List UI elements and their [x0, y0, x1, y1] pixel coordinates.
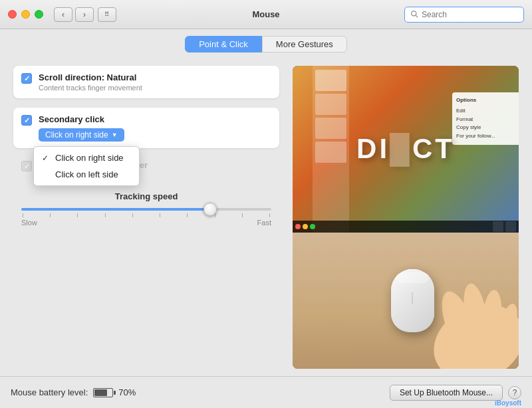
battery-icon [93, 388, 113, 397]
tracking-label: Tracking speed [21, 191, 271, 201]
search-input[interactable] [422, 10, 518, 19]
disabled-checkbox[interactable]: ✓ [21, 161, 32, 171]
traffic-lights [8, 10, 43, 19]
window-title: Mouse [252, 9, 279, 19]
preview-screen: Options Edit Format Copy style For your … [293, 66, 519, 233]
bottom-right: Set Up Bluetooth Mouse... ? [390, 385, 521, 401]
nav-buttons: ‹ › [54, 7, 94, 22]
back-button[interactable]: ‹ [54, 7, 72, 22]
scroll-direction-title: Scroll direction: Natural [39, 72, 271, 82]
scroll-direction-checkbox[interactable]: ✓ [21, 73, 32, 84]
secondary-click-row: ✓ Secondary click Click on right side ▼ … [13, 108, 279, 148]
battery-fill [94, 389, 106, 396]
iboysoft-brand: iBoysoft [495, 399, 521, 407]
grid-button[interactable]: ⠿ [98, 7, 116, 22]
bluetooth-setup-button[interactable]: Set Up Bluetooth Mouse... [390, 385, 503, 401]
tab-point-click[interactable]: Point & Click [185, 36, 262, 52]
tick-2 [50, 213, 51, 217]
slow-label: Slow [21, 219, 37, 227]
check-icon: ✓ [24, 74, 30, 83]
unselected-check-icon [42, 170, 51, 179]
secondary-click-content: Secondary click Click on right side ▼ ✓ … [39, 114, 271, 142]
svg-line-1 [416, 15, 418, 17]
tick-5 [132, 213, 133, 217]
preview-big-text: DI█CT [356, 133, 455, 165]
secondary-click-checkbox[interactable]: ✓ [21, 115, 32, 126]
secondary-click-dropdown[interactable]: Click on right side ▼ [39, 128, 124, 142]
slider-fill [21, 208, 209, 211]
close-button[interactable] [8, 10, 17, 19]
help-button[interactable]: ? [508, 386, 521, 399]
tick-10 [269, 213, 270, 217]
scroll-direction-row: ✓ Scroll direction: Natural Content trac… [13, 66, 279, 98]
tick-4 [105, 213, 106, 217]
forward-button[interactable]: › [75, 7, 94, 22]
fullscreen-button[interactable] [35, 10, 43, 19]
chevron-down-icon: ▼ [112, 132, 118, 138]
preview-panel: Options Edit Format Copy style For your … [293, 66, 519, 369]
dropdown-menu: ✓ Click on right side Click on left side [33, 146, 140, 186]
slider-track [21, 208, 271, 211]
preview-image: Options Edit Format Copy style For your … [293, 66, 519, 369]
bottom-bar: Mouse battery level: 70% Set Up Bluetoot… [0, 376, 532, 408]
slider-labels: Slow Fast [21, 219, 271, 227]
slider-container [21, 208, 271, 211]
preview-screen-inner: Options Edit Format Copy style For your … [293, 66, 519, 233]
search-box[interactable] [404, 7, 524, 23]
dropdown-item-right[interactable]: ✓ Click on right side [34, 150, 139, 166]
secondary-click-title: Secondary click [39, 114, 271, 124]
dropdown-item-right-label: Click on right side [55, 153, 124, 163]
tab-more-gestures[interactable]: More Gestures [262, 36, 347, 52]
tick-3 [77, 213, 78, 217]
battery-percent: 70% [118, 387, 136, 397]
slider-ticks [21, 213, 271, 217]
dropdown-item-left[interactable]: Click on left side [34, 166, 139, 183]
main-content: ✓ Scroll direction: Natural Content trac… [0, 58, 532, 377]
battery-info: Mouse battery level: 70% [11, 387, 136, 397]
fast-label: Fast [257, 219, 271, 227]
tracking-section: Tracking speed Slow [13, 191, 279, 227]
check-icon-3: ✓ [24, 162, 30, 171]
titlebar: ‹ › ⠿ Mouse [0, 0, 532, 29]
minimize-button[interactable] [21, 10, 30, 19]
tabbar: Point & Click More Gestures [0, 29, 532, 58]
tick-9 [242, 213, 243, 217]
battery-label: Mouse battery level: [11, 387, 88, 397]
scroll-direction-subtitle: Content tracks finger movement [39, 84, 271, 92]
left-panel: ✓ Scroll direction: Natural Content trac… [13, 66, 279, 369]
selected-check-icon: ✓ [42, 153, 51, 163]
preview-bottom [293, 233, 519, 369]
dropdown-value: Click on right side [45, 130, 108, 140]
dropdown-item-left-label: Click on left side [55, 169, 118, 179]
tick-6 [160, 213, 160, 217]
search-icon [410, 10, 419, 19]
tick-7 [187, 213, 188, 217]
check-icon-2: ✓ [24, 116, 30, 125]
scroll-direction-text: Scroll direction: Natural Content tracks… [39, 72, 271, 92]
svg-point-0 [412, 11, 416, 16]
tick-1 [23, 213, 23, 217]
